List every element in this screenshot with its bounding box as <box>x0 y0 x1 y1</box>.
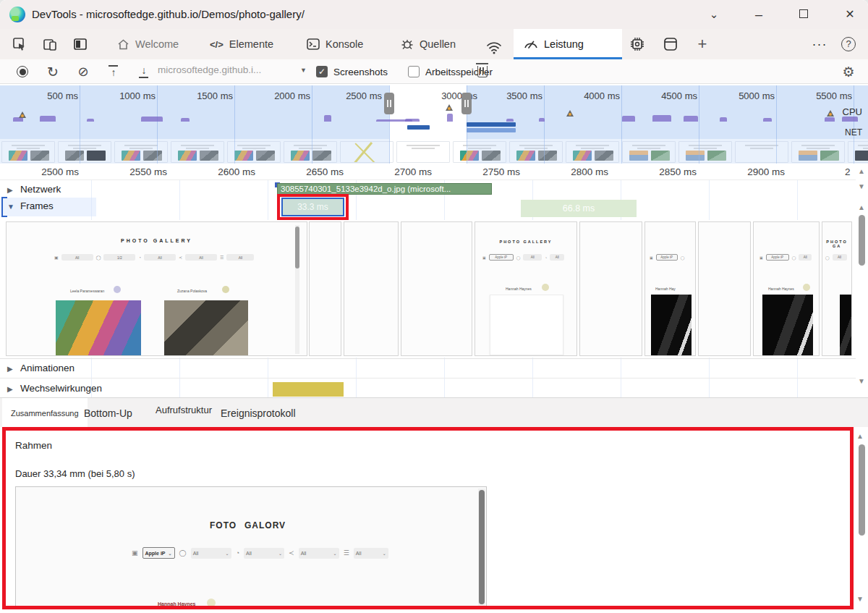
minimize-button[interactable]: – <box>742 0 775 29</box>
filmstrip-frame[interactable]: PHOTO GALLERY ▣All ◯1/2 ◔All ≺All ☰All L… <box>6 221 307 356</box>
tab-console[interactable]: Konsole <box>297 29 373 59</box>
filter-chip: Apple iP <box>489 254 514 261</box>
overview-tick: 2000 ms <box>274 90 310 101</box>
filter-chip: All <box>185 254 217 261</box>
memory-checkbox[interactable] <box>408 66 420 77</box>
console-icon <box>307 38 320 50</box>
panel-scroll-down-icon[interactable]: ▼ <box>856 595 864 603</box>
tab-summary[interactable]: Zusammenfassung <box>2 398 88 428</box>
dock-side-icon[interactable] <box>69 33 91 55</box>
cpu-activity <box>539 118 545 122</box>
panel-scroll-up-icon[interactable]: ▲ <box>856 432 864 440</box>
drawer-panel-icon[interactable] <box>660 33 681 55</box>
interaction-bar[interactable] <box>273 382 344 397</box>
detail-scrollbar-thumb[interactable] <box>859 215 865 266</box>
tab-bottom-up[interactable]: Bottom-Up <box>75 398 141 428</box>
network-row-caret-icon[interactable]: ▶ <box>7 186 13 194</box>
tab-event-log[interactable]: Ereignisprotokoll <box>212 398 305 428</box>
filmstrip-frame[interactable] <box>344 221 399 356</box>
help-icon[interactable]: ? <box>838 33 859 55</box>
interactions-row-caret-icon[interactable]: ▶ <box>7 385 13 393</box>
preview-photographer-name: Hannah Haynes <box>158 601 196 606</box>
overview-gridline <box>80 85 80 164</box>
overview-gridline <box>544 85 545 164</box>
camera-icon: ▣ <box>132 549 138 557</box>
overview-tick: 4000 ms <box>584 90 620 101</box>
net-label: NET <box>845 127 862 138</box>
detail-tracks[interactable]: ▶ Netzwerk 30855740301_5133e3942d_o.jpg … <box>0 179 856 397</box>
window-handle-left[interactable] <box>384 93 394 114</box>
filter-chip: Apple iP <box>766 254 789 261</box>
animations-row-caret-icon[interactable]: ▶ <box>7 365 13 373</box>
inspect-element-icon[interactable] <box>9 33 30 55</box>
overview-screenshot-thumb <box>622 141 676 163</box>
network-request-bar[interactable]: 30855740301_5133e3942d_o.jpg (microsoft.… <box>277 183 492 195</box>
filmstrip-frame[interactable]: PHOTO GALLERY ▣Apple iP ◯All ◔All Hannah… <box>475 221 577 356</box>
overview-screenshot-thumb <box>678 141 732 163</box>
avatar <box>222 286 229 293</box>
scroll-down-icon[interactable]: ▼ <box>857 182 866 191</box>
overview-gridline <box>776 85 777 164</box>
reload-and-record-button[interactable]: ↻ <box>42 59 64 84</box>
avatar <box>207 599 216 607</box>
overview-screenshot-thumb <box>848 141 868 163</box>
maximize-button[interactable] <box>787 0 820 29</box>
cpu-activity <box>763 118 772 122</box>
filmstrip-frame[interactable]: ▣Apple iP ◯ Hannah Hay <box>644 221 696 356</box>
window-menu-chevron-icon[interactable]: ⌄ <box>697 0 731 29</box>
scrollbar-down-icon[interactable]: ▼ <box>857 377 866 386</box>
cpu-activity <box>447 114 453 122</box>
gallery-title: PHOTO GALLERY <box>475 240 576 244</box>
avatar <box>542 284 549 291</box>
memory-chip-icon[interactable] <box>626 33 648 55</box>
frames-row-caret-icon[interactable]: ▼ <box>7 203 14 211</box>
filmstrip-frame[interactable]: ▣Apple iP ◯All Hannah Haynes <box>753 221 820 356</box>
photographer-name: Hannah Hay <box>655 287 676 291</box>
close-button[interactable]: ✕ <box>833 0 867 29</box>
overview-gridline <box>312 85 312 164</box>
scroll-up-icon[interactable]: ▲ <box>857 167 866 176</box>
frame-66ms[interactable]: 66.8 ms <box>521 200 637 217</box>
timeline-marker-icon <box>566 110 574 117</box>
frame-screenshot-preview[interactable]: FOTO GALORV ▣ Apple iP⌄ ◯ All⌄ ◔ All⌄ ≺ … <box>15 486 487 609</box>
device-emulation-icon[interactable] <box>39 33 61 55</box>
screenshots-checkbox[interactable]: ✓ <box>316 66 328 77</box>
timeline-marker-icon <box>827 110 834 117</box>
clear-recording-button[interactable]: ⊘ <box>72 59 94 84</box>
frame-scrollbar[interactable] <box>295 225 299 354</box>
tab-performance[interactable]: Leistung <box>514 29 622 59</box>
overview-tick: 2500 ms <box>346 90 382 101</box>
settings-gear-icon[interactable]: ⚙ <box>838 59 859 84</box>
record-button[interactable] <box>12 59 33 84</box>
tab-sources[interactable]: Quellen <box>391 29 466 59</box>
tab-sources-label: Quellen <box>420 38 456 50</box>
frame-33ms[interactable]: 33.3 ms <box>281 198 344 216</box>
tab-welcome[interactable]: Welcome <box>107 29 189 59</box>
network-wifi-icon[interactable] <box>483 37 505 59</box>
more-tabs-plus-icon[interactable]: + <box>692 33 713 55</box>
overview-gridline <box>854 85 854 164</box>
preview-scrollbar[interactable] <box>478 489 485 607</box>
tab-call-tree[interactable]: Aufrufstruktur <box>147 398 221 428</box>
save-profile-button[interactable]: ↓ <box>133 59 155 84</box>
preview-filter-chip: All⌄ <box>191 548 231 559</box>
timeline-overview[interactable]: 500 ms 1000 ms 1500 ms 2000 ms 2500 ms 3… <box>0 85 868 164</box>
filmstrip-frame[interactable] <box>309 221 341 356</box>
more-options-icon[interactable]: ··· <box>809 33 830 55</box>
scrollbar-up-icon[interactable]: ▲ <box>857 203 866 212</box>
tab-elements[interactable]: </> Elemente <box>200 29 284 59</box>
filmstrip-frame[interactable] <box>579 221 642 356</box>
trash-icon[interactable] <box>477 66 488 77</box>
history-select[interactable]: microsoftedge.github.i... <box>158 64 302 79</box>
filmstrip-frame[interactable] <box>401 221 472 356</box>
window-handle-right[interactable] <box>461 93 472 114</box>
panel-scrollbar-thumb[interactable] <box>859 444 865 536</box>
filmstrip-frame[interactable] <box>698 221 751 356</box>
filmstrip-frame[interactable]: PHOTO GA ◯All <box>822 221 852 356</box>
load-profile-button[interactable]: ↑ <box>103 59 124 84</box>
history-select-caret-icon[interactable]: ▼ <box>300 67 307 74</box>
overview-tick: 5500 ms <box>816 90 852 101</box>
gallery-photo <box>164 300 248 355</box>
shutter-icon: ≺ <box>289 549 294 557</box>
tab-bottom-up-label: Bottom-Up <box>84 407 132 419</box>
